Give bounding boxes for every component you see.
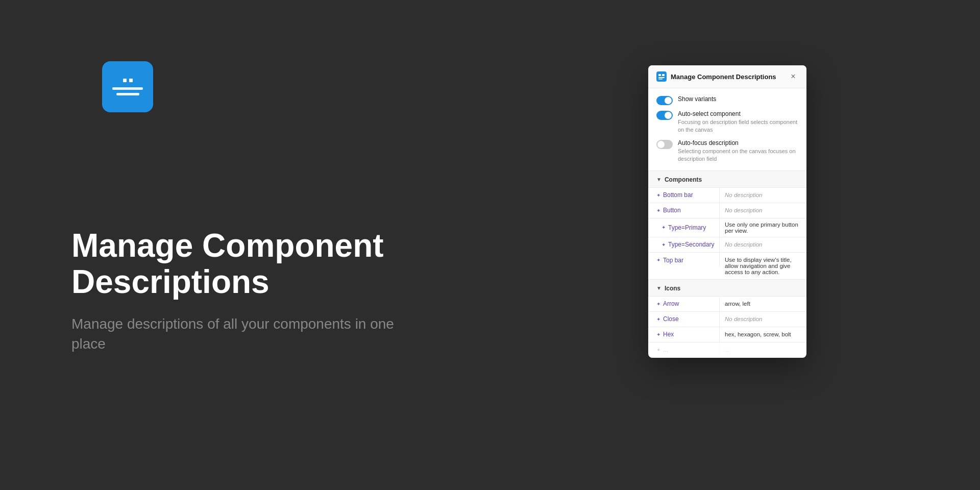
diamond-icon: ✦ [656,208,660,213]
setting-label-auto-select: Auto-select component [678,110,798,117]
component-name-cell: ✦ Button [648,203,720,218]
svg-rect-2 [658,77,665,78]
component-desc-cell[interactable]: hex, hexagon, screw, bolt [720,327,806,342]
toggle-auto-select[interactable] [656,111,673,120]
settings-section: Show variants Auto-select component Focu… [648,88,806,171]
icon-dot [123,79,127,82]
component-description: Use to display view's title, allow navig… [725,257,801,275]
setting-desc-auto-select: Focusing on description field selects co… [678,118,798,134]
component-description: No description [725,192,763,198]
component-name-cell: ✦ Type=Secondary [648,237,720,252]
component-name-cell: ✦ Type=Primary [648,218,720,237]
svg-rect-3 [658,79,663,80]
table-row: ✦ Type=Primary Use only one primary butt… [648,218,806,237]
component-desc-cell[interactable]: No description [720,203,806,218]
icon-line [112,87,143,90]
component-name: Hex [663,331,674,338]
table-row: ✦ Close No description [648,312,806,327]
diamond-icon: ✦ [656,257,660,263]
main-title: Manage Component Descriptions [71,228,419,300]
component-description: arrow, left [725,301,750,307]
panel-logo-icon [658,74,665,80]
component-desc-cell[interactable]: Use only one primary button per view. [720,218,806,237]
component-desc-cell[interactable]: No description [720,188,806,203]
diamond-icon: ✦ [662,225,666,230]
component-name: Button [663,207,681,214]
diamond-icon: ✦ [656,192,660,198]
subtitle: Manage descriptions of all your componen… [71,314,419,354]
component-desc-cell[interactable]: arrow, left [720,297,806,311]
panel-header-left: Manage Component Descriptions [656,71,776,82]
setting-text-show-variants: Show variants [678,95,798,104]
svg-rect-1 [662,74,665,76]
panel-header-icon [656,71,667,82]
table-row: ✦ Arrow arrow, left [648,297,806,312]
section-header-components: ▼ Components [648,171,806,188]
table-row: ✦ Type=Secondary No description [648,237,806,253]
icon-line-short [116,93,139,95]
component-description: No description [725,316,763,322]
close-button[interactable]: × [788,71,798,82]
diamond-icon: ✦ [656,347,660,353]
component-desc-cell[interactable]: No description [720,237,806,252]
toggle-show-variants[interactable] [656,96,673,105]
panel: Manage Component Descriptions × Show var… [648,65,806,358]
component-name: Type=Primary [668,224,706,231]
svg-rect-0 [658,74,661,76]
setting-row-auto-select: Auto-select component Focusing on descri… [656,110,798,134]
component-name: Bottom bar [663,191,693,199]
component-desc-cell[interactable]: Use to display view's title, allow navig… [720,253,806,279]
component-name-cell: ✦ Top bar [648,253,720,267]
component-name-cell: ✦ ... [648,342,720,357]
component-name-cell: ✦ Hex [648,327,720,342]
section-title-icons: Icons [665,285,680,292]
setting-row-auto-focus: Auto-focus description Selecting compone… [656,139,798,163]
component-name-cell: ✦ Bottom bar [648,188,720,203]
setting-row-show-variants: Show variants [656,95,798,105]
component-name: Type=Secondary [668,241,714,248]
table-row: ✦ Button No description [648,203,806,218]
setting-text-auto-select: Auto-select component Focusing on descri… [678,110,798,134]
component-name: ... [663,346,668,353]
section-arrow-icons: ▼ [656,285,662,291]
diamond-icon: ✦ [656,301,660,307]
table-row: ✦ Hex hex, hexagon, screw, bolt [648,327,806,342]
component-description: ... [725,347,730,353]
diamond-icon: ✦ [662,242,666,248]
component-name: Arrow [663,300,679,307]
component-name-cell: ✦ Arrow [648,297,720,311]
component-description: No description [725,207,763,213]
left-content: Manage Component Descriptions Manage des… [0,0,490,490]
component-description: hex, hexagon, screw, bolt [725,331,791,337]
component-description: Use only one primary button per view. [725,222,801,234]
panel-container: Manage Component Descriptions × Show var… [648,65,806,358]
component-name: Top bar [663,257,683,264]
setting-label-show-variants: Show variants [678,95,798,103]
table-row: ✦ Bottom bar No description [648,188,806,203]
component-desc-cell[interactable]: No description [720,312,806,327]
section-arrow-components: ▼ [656,177,662,182]
component-desc-cell: ... [720,342,806,357]
diamond-icon: ✦ [656,316,660,322]
component-description: No description [725,241,763,248]
component-name-cell: ✦ Close [648,312,720,327]
setting-text-auto-focus: Auto-focus description Selecting compone… [678,139,798,163]
component-name: Close [663,315,679,323]
section-header-icons: ▼ Icons [648,280,806,297]
setting-label-auto-focus: Auto-focus description [678,139,798,146]
app-icon [102,61,153,112]
panel-header: Manage Component Descriptions × [648,65,806,88]
panel-body: ▼ Components ✦ Bottom bar No description… [648,171,806,358]
section-title-components: Components [665,176,702,183]
icon-dot [129,79,133,82]
diamond-icon: ✦ [656,332,660,337]
table-row: ✦ ... ... [648,342,806,358]
setting-desc-auto-focus: Selecting component on the canvas focuse… [678,148,798,163]
toggle-auto-focus[interactable] [656,140,673,149]
panel-title: Manage Component Descriptions [671,73,776,81]
table-row: ✦ Top bar Use to display view's title, a… [648,253,806,280]
